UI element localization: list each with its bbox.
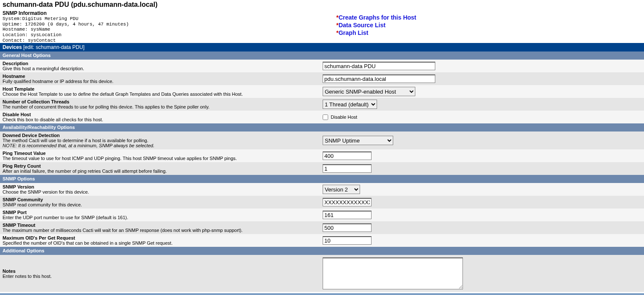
snmp-options-header: SNMP Options bbox=[0, 175, 644, 183]
host-template-label: Host Template bbox=[3, 86, 318, 91]
threads-label: Number of Collection Threads bbox=[3, 99, 318, 104]
description-input[interactable] bbox=[323, 62, 435, 70]
availability-header: Availability/Reachability Options bbox=[0, 123, 644, 131]
snmp-version-select[interactable]: Version 2 bbox=[323, 185, 360, 194]
snmp-timeout-input[interactable] bbox=[323, 223, 372, 232]
downed-note: NOTE: It is recommended that, at a minim… bbox=[3, 143, 318, 148]
ping-retry-input[interactable] bbox=[323, 164, 372, 173]
devices-header: Devices [edit: schumann-data PDU] bbox=[0, 43, 644, 51]
snmp-uptime: Uptime: 1726200 (0 days, 4 hours, 47 min… bbox=[3, 22, 331, 27]
description-label: Description bbox=[3, 61, 318, 66]
downed-select[interactable]: SNMP Uptime bbox=[323, 136, 393, 145]
action-links: *Create Graphs for this Host *Data Sourc… bbox=[334, 9, 644, 43]
notes-hint: Enter notes to this host. bbox=[3, 274, 318, 279]
downed-hint: The method Cacti will use to determine i… bbox=[3, 138, 318, 143]
additional-options-header: Additional Options bbox=[0, 247, 644, 255]
snmp-community-hint: SNMP read community for this device. bbox=[3, 202, 318, 207]
snmp-timeout-hint: The maximum number of milliseconds Cacti… bbox=[3, 228, 318, 233]
snmp-version-hint: Choose the SNMP version for this device. bbox=[3, 189, 318, 194]
ping-retry-label: Ping Retry Count bbox=[3, 163, 318, 169]
ping-timeout-hint: The timeout value to use for host ICMP a… bbox=[3, 156, 318, 161]
page-title: schumann-data PDU (pdu.schumann-data.loc… bbox=[0, 0, 644, 9]
description-hint: Give this host a meaningful description. bbox=[3, 66, 318, 71]
snmp-version-label: SNMP Version bbox=[3, 184, 318, 189]
snmp-info-title: SNMP Information bbox=[3, 10, 331, 16]
snmp-hostname: Hostname: sysName bbox=[3, 27, 331, 32]
ping-timeout-input[interactable] bbox=[323, 152, 372, 160]
max-oid-hint: Specified the number of OID's that can b… bbox=[3, 240, 318, 246]
notes-label: Notes bbox=[3, 269, 318, 274]
disable-label: Disable Host bbox=[3, 112, 318, 117]
host-template-hint: Choose the Host Template to use to defin… bbox=[3, 91, 318, 97]
snmp-port-label: SNMP Port bbox=[3, 210, 318, 215]
disable-checkbox[interactable] bbox=[323, 114, 328, 120]
snmp-info-block: SNMP Information System:Digitus Metering… bbox=[0, 9, 334, 43]
disable-hint: Check this box to disable all checks for… bbox=[3, 117, 318, 122]
max-oid-label: Maximum OID's Per Get Request bbox=[3, 235, 318, 240]
threads-hint: The number of concurrent threads to use … bbox=[3, 104, 318, 109]
hostname-label: Hostname bbox=[3, 74, 318, 79]
create-graphs-link[interactable]: Create Graphs for this Host bbox=[338, 14, 416, 21]
hostname-hint: Fully qualified hostname or IP address f… bbox=[3, 79, 318, 84]
disable-checkbox-label: Disable Host bbox=[331, 114, 357, 120]
threads-select[interactable]: 1 Thread (default) bbox=[323, 100, 377, 109]
snmp-community-input[interactable] bbox=[323, 198, 372, 206]
ping-timeout-label: Ping Timeout Value bbox=[3, 151, 318, 156]
footer-divider bbox=[0, 294, 644, 294]
downed-label: Downed Device Detection bbox=[3, 133, 318, 138]
snmp-port-input[interactable] bbox=[323, 211, 372, 219]
snmp-contact: Contact: sysContact bbox=[3, 38, 331, 43]
snmp-port-hint: Enter the UDP port number to use for SNM… bbox=[3, 215, 318, 220]
snmp-location: Location: sysLocation bbox=[3, 32, 331, 38]
host-template-select[interactable]: Generic SNMP-enabled Host bbox=[323, 87, 415, 96]
data-source-list-link[interactable]: Data Source List bbox=[338, 22, 385, 29]
snmp-timeout-label: SNMP Timeout bbox=[3, 223, 318, 228]
notes-textarea[interactable] bbox=[323, 257, 463, 289]
hostname-input[interactable] bbox=[323, 74, 435, 83]
snmp-system: System:Digitus Metering PDU bbox=[3, 16, 331, 22]
max-oid-input[interactable] bbox=[323, 236, 372, 245]
snmp-community-label: SNMP Community bbox=[3, 197, 318, 202]
general-options-header: General Host Options bbox=[0, 51, 644, 60]
graph-list-link[interactable]: Graph List bbox=[338, 29, 368, 36]
ping-retry-hint: After an initial failure, the number of … bbox=[3, 169, 318, 174]
